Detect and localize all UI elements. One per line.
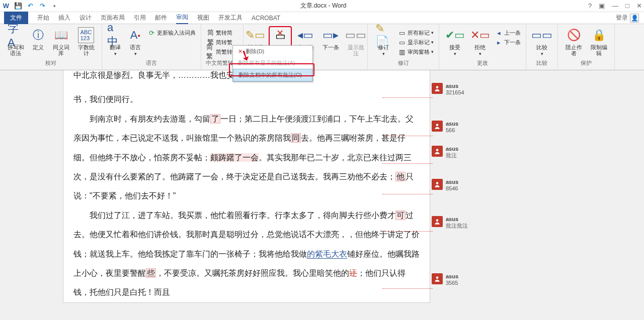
group-label-protect: 保护 — [581, 59, 592, 68]
tab-mail[interactable]: 邮件 — [155, 12, 167, 24]
spellcheck-button[interactable]: 字A 拼写和语法 — [4, 26, 27, 57]
login-area[interactable]: 登录 👤 — [616, 14, 639, 23]
group-proofing: 字A 拼写和语法 ⓘ 定义 📖 同义词库 ABC123 字数统计 校对 — [0, 24, 102, 70]
window-controls: ? ▣ — □ ✕ — [588, 2, 642, 10]
group-changes: ✔▭ 接受▾ ✕▭ 拒绝▾ ◂上一条 ▸下一条 更改 — [439, 24, 526, 70]
ribbon-tabs: 文件 开始 插入 设计 页面布局 引用 邮件 审阅 视图 开发工具 ACROBA… — [0, 12, 644, 24]
show-markup-icon: ▭ — [398, 38, 406, 46]
maximize-icon[interactable]: □ — [625, 2, 629, 10]
group-compare: ▭▭ 比较▾ 比较 — [526, 24, 558, 70]
delete-comment-icon: ▭✕ — [272, 28, 288, 44]
compare-button[interactable]: ▭▭ 比较▾ — [530, 26, 553, 58]
delete-shown-comments-item: 删除所有显示的批注(A) — [233, 57, 312, 69]
delete-icon-small: ✕ — [238, 48, 243, 55]
tab-design[interactable]: 设计 — [79, 12, 92, 24]
group-protect: 🚫 阻止作者 🔒 限制编辑 保护 — [558, 24, 615, 70]
new-comment-icon: ✎▭ — [247, 27, 263, 43]
show-comments-icon: ▭▭ — [348, 27, 364, 43]
delete-comment-item[interactable]: ✕ 删除(D) — [233, 46, 312, 57]
translate-button[interactable]: a中 翻译▾ — [106, 26, 124, 58]
tab-start[interactable]: 开始 — [37, 12, 49, 24]
next-change-icon: ▸ — [495, 38, 503, 46]
next-change-button[interactable]: ▸下一条 — [494, 38, 522, 47]
restrict-edit-icon: 🔒 — [591, 27, 607, 43]
group-label-tracking: 修订 — [398, 59, 409, 68]
review-panel-dropdown[interactable]: ▥审阅窗格▾ — [397, 47, 435, 56]
ribbon: 字A 拼写和语法 ⓘ 定义 📖 同义词库 ABC123 字数统计 校对 a中 翻… — [0, 24, 644, 70]
accept-icon: ✔▭ — [447, 27, 463, 43]
language-button[interactable]: A● 语言▾ — [126, 26, 144, 58]
track-changes-button[interactable]: ✎📄 修订▾ — [372, 26, 395, 58]
delete-all-comments-item[interactable]: 删除文档中的所有批注(O) — [233, 69, 312, 70]
trad-simp-icon: 简 — [206, 29, 214, 37]
group-tracking: ✎📄 修订▾ ▭所有标记▾ ▭显示标记▾ ▥审阅窗格▾ 修订 — [368, 24, 439, 70]
user-icon: 👤 — [630, 14, 639, 23]
review-panel-icon: ▥ — [398, 48, 406, 56]
tab-insert[interactable]: 插入 — [58, 12, 70, 24]
tab-ref[interactable]: 引用 — [134, 12, 146, 24]
ribbon-display-icon[interactable]: ▣ — [599, 2, 605, 10]
define-button[interactable]: ⓘ 定义 — [29, 26, 47, 51]
save-icon[interactable]: 💾 — [14, 2, 22, 10]
update-ime-icon: ⟳ — [147, 29, 155, 37]
close-icon[interactable]: ✕ — [636, 2, 642, 10]
block-authors-icon: 🚫 — [566, 27, 582, 43]
group-label-language: 语言 — [146, 59, 157, 68]
prev-change-icon: ◂ — [495, 29, 503, 37]
window-title: 文章.docx - Word — [58, 2, 588, 10]
minimize-icon[interactable]: — — [612, 2, 618, 10]
prev-change-button[interactable]: ◂上一条 — [494, 28, 522, 37]
tab-acrobat[interactable]: ACROBAT — [252, 13, 280, 23]
define-icon: ⓘ — [30, 27, 46, 43]
tab-dev[interactable]: 开发工具 — [218, 12, 243, 24]
reject-icon: ✕▭ — [472, 27, 488, 43]
quick-access-toolbar: W 💾 ↶ ↷ ▾ — [2, 2, 58, 10]
markup-display-dropdown[interactable]: ▭所有标记▾ — [397, 28, 435, 37]
group-label-proofing: 校对 — [45, 59, 56, 68]
trad-to-simp-button[interactable]: 简繁转简 — [205, 28, 239, 37]
word-icon: W — [2, 2, 10, 10]
track-changes-icon: ✎📄 — [375, 27, 391, 43]
group-label-compare: 比较 — [536, 59, 547, 68]
convert-icon: 简繁 — [206, 48, 214, 56]
qat-dropdown-icon[interactable]: ▾ — [50, 2, 58, 10]
markup-icon: ▭ — [398, 29, 406, 37]
group-label-changes: 更改 — [477, 59, 488, 68]
redo-icon[interactable]: ↷ — [38, 2, 46, 10]
compare-icon: ▭▭ — [534, 27, 550, 43]
undo-icon[interactable]: ↶ — [26, 2, 34, 10]
thesaurus-button[interactable]: 📖 同义词库 — [49, 26, 72, 57]
next-comment-button[interactable]: ▭▸ 下一条 — [319, 26, 342, 51]
help-icon[interactable]: ? — [588, 2, 592, 10]
group-language: a中 翻译▾ A● 语言▾ ⟳ 更新输入法词典 语言 — [102, 24, 201, 70]
restrict-edit-button[interactable]: 🔒 限制编辑 — [587, 26, 610, 57]
title-bar: W 💾 ↶ ↷ ▾ 文章.docx - Word ? ▣ — □ ✕ — [0, 0, 644, 12]
translate-icon: a中 — [107, 27, 123, 43]
tab-review[interactable]: 审阅 — [176, 12, 188, 24]
show-markup-dropdown[interactable]: ▭显示标记▾ — [397, 38, 435, 47]
delete-dropdown-menu: ✕ 删除(D) 删除所有显示的批注(A) 删除文档中的所有批注(O) — [232, 45, 313, 70]
thesaurus-icon: 📖 — [53, 27, 69, 43]
reject-button[interactable]: ✕▭ 拒绝▾ — [468, 26, 492, 58]
block-authors-button[interactable]: 🚫 阻止作者 — [562, 26, 585, 57]
show-comments-button[interactable]: ▭▭ 显示批注 — [344, 26, 367, 57]
next-comment-icon: ▭▸ — [323, 27, 339, 43]
language-icon: A● — [127, 27, 143, 43]
wordcount-button[interactable]: ABC123 字数统计 — [74, 26, 98, 57]
spellcheck-icon: 字A — [8, 27, 24, 43]
wordcount-icon: ABC123 — [78, 27, 94, 43]
prev-comment-icon: ◂▭ — [297, 27, 313, 43]
accept-button[interactable]: ✔▭ 接受▾ — [443, 26, 466, 58]
login-label: 登录 — [616, 14, 628, 22]
tab-view[interactable]: 视图 — [197, 12, 209, 24]
update-ime-button[interactable]: ⟳ 更新输入法词典 — [146, 28, 197, 37]
